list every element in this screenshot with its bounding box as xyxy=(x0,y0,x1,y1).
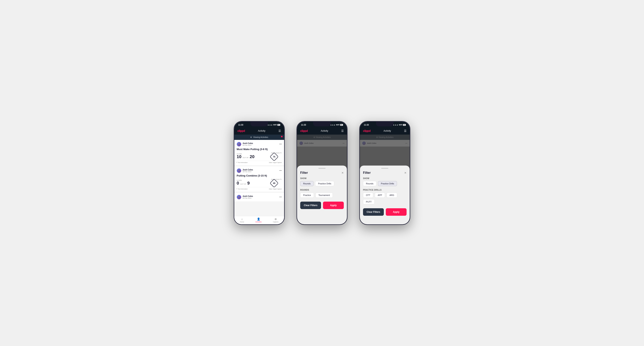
tab-capture[interactable]: ⊕ Capture xyxy=(273,217,278,223)
info-icon-2: ℹ xyxy=(237,188,237,190)
arg-chip[interactable]: ARG xyxy=(386,192,397,198)
user-name-3: Josh Coles xyxy=(242,195,253,197)
filter-modal-1: Filter ✕ Show Rounds Practice Drills Rou… xyxy=(297,166,347,224)
clear-filters-btn-2[interactable]: Clear Filters xyxy=(363,208,384,216)
status-icons-1: ▲▲▲ WiFi 51 xyxy=(268,124,280,126)
status-time-1: 11:33 xyxy=(238,124,243,126)
shot-quality-badge-2: 45 xyxy=(270,179,279,187)
menu-icon-2[interactable]: ☰ xyxy=(341,129,344,133)
tournament-chip[interactable]: Tournament xyxy=(316,192,333,198)
status-bar-1: 11:33 ▲▲▲ WiFi 51 xyxy=(234,122,284,127)
clear-filters-btn-1[interactable]: Clear Filters xyxy=(300,202,321,209)
footer-data-2: Data: Clippd Capture xyxy=(269,188,282,190)
drills-chips: OTT APP ARG PUTT xyxy=(363,192,406,204)
tab-activities-label: Activities xyxy=(256,221,262,223)
shots-value-1: 20 xyxy=(250,155,254,159)
user-date-1: 28 Feb 2023 xyxy=(242,144,253,146)
menu-icon-3[interactable]: ☰ xyxy=(404,129,406,133)
viewing-bar-dot-1 xyxy=(281,136,282,137)
nav-bar-3: clippd Activity ☰ xyxy=(360,127,410,135)
apply-btn-1[interactable]: Apply xyxy=(323,202,344,209)
filter-icon-1: ⚙ xyxy=(250,136,252,138)
shots-value-2: 9 xyxy=(247,181,250,185)
logo-1: clippd xyxy=(238,129,245,133)
practice-chip[interactable]: Practice xyxy=(300,192,314,198)
filter-buttons-2: Clear Filters Apply xyxy=(363,208,406,216)
activity-card-3[interactable]: 🏌 Josh Coles 28 Feb 2023 ••• xyxy=(234,193,284,201)
viewing-bar-text-1: Viewing Activities xyxy=(253,136,268,138)
tab-home[interactable]: ⌂ Home xyxy=(240,217,244,223)
battery-icon-3: 51 xyxy=(403,124,406,126)
filter-close-1[interactable]: ✕ xyxy=(342,171,344,174)
info-icon-1: ℹ xyxy=(237,162,237,163)
card-title-1: Must Make Putting (3-6 ft) xyxy=(237,148,282,151)
shot-quality-value-1: 75 xyxy=(273,156,275,158)
phone-1: 11:33 ▲▲▲ WiFi 51 clippd Activity ☰ ⚙ xyxy=(234,121,285,225)
more-icon-1[interactable]: ••• xyxy=(279,143,282,146)
shot-quality-value-2: 45 xyxy=(273,182,275,184)
battery-icon-2: 51 xyxy=(340,124,343,126)
nav-title-3: Activity xyxy=(384,130,391,132)
signal-icon-3: ▲▲▲ xyxy=(393,124,398,126)
status-time-3: 11:33 xyxy=(364,124,369,126)
status-bar-2: 11:33 ▲▲▲ WiFi 51 xyxy=(297,122,347,127)
card-title-2: Putting Combine (3-15 ft) xyxy=(237,174,282,177)
avatar-2: 🏌 xyxy=(237,168,241,173)
out-of-2: OUT OF xyxy=(240,183,246,185)
score-value-1: 10 xyxy=(237,155,241,159)
phone-1-screen: 11:33 ▲▲▲ WiFi 51 clippd Activity ☰ ⚙ xyxy=(234,122,284,224)
user-name-1: Josh Coles xyxy=(242,142,253,144)
show-chips-1: Rounds Practice Drills xyxy=(300,181,344,186)
rounds-chips: Practice Tournament xyxy=(300,192,344,198)
putt-chip[interactable]: PUTT xyxy=(363,199,374,204)
phone-3-screen: 11:33 ▲▲▲ WiFi 51 clippd Activity ☰ xyxy=(360,122,410,224)
score-value-2: 0 xyxy=(237,181,239,185)
avatar-3: 🏌 xyxy=(237,195,241,199)
tab-activities[interactable]: 👤 Activities xyxy=(256,217,262,223)
phone-2: 11:33 ▲▲▲ WiFi 51 clippd Activity ☰ xyxy=(296,121,348,225)
avatar-1: 🏌 xyxy=(237,142,241,147)
more-icon-3[interactable]: ••• xyxy=(279,196,282,198)
user-date-2: 28 Feb 2023 xyxy=(242,171,253,173)
filter-title-1: Filter xyxy=(300,171,308,174)
filter-overlay-2: Filter ✕ Show Rounds Practice Drills Rou… xyxy=(297,135,347,224)
menu-icon-1[interactable]: ☰ xyxy=(278,129,281,133)
activity-card-2[interactable]: 🏌 Josh Coles 28 Feb 2023 ••• Putting Com… xyxy=(234,166,284,192)
filter-overlay-3: Filter ✕ Show Rounds Practice Drills Pra… xyxy=(360,135,410,224)
logo-3: clippd xyxy=(363,129,370,133)
ott-chip[interactable]: OTT xyxy=(363,192,373,198)
user-date-3: 28 Feb 2023 xyxy=(242,197,253,199)
filter-handle-1 xyxy=(318,168,326,169)
practice-drills-section-label: Practice Drills xyxy=(363,189,406,191)
nav-bar-2: clippd Activity ☰ xyxy=(297,127,347,135)
practice-drills-chip-2[interactable]: Practice Drills xyxy=(378,181,397,186)
shot-quality-label-2: Shot Quality xyxy=(271,179,282,180)
tab-home-label: Home xyxy=(240,221,244,223)
filter-title-2: Filter xyxy=(363,171,371,174)
viewing-bar-1[interactable]: ⚙ Viewing Activities xyxy=(234,135,284,140)
practice-drills-chip-1[interactable]: Practice Drills xyxy=(315,181,334,186)
more-icon-2[interactable]: ••• xyxy=(279,169,282,172)
rounds-chip-2[interactable]: Rounds xyxy=(363,181,376,186)
home-icon: ⌂ xyxy=(241,217,243,221)
footer-info-1: ℹ Test Information xyxy=(237,162,248,163)
nav-title-2: Activity xyxy=(321,130,328,132)
filter-close-2[interactable]: ✕ xyxy=(404,171,406,174)
capture-icon: ⊕ xyxy=(274,217,277,221)
signal-icon-2: ▲▲▲ xyxy=(330,124,336,126)
status-time-2: 11:33 xyxy=(301,124,306,126)
wifi-icon: WiFi xyxy=(273,124,277,126)
activity-list-1: 🏌 Josh Coles 28 Feb 2023 ••• Must Make P… xyxy=(234,140,284,224)
tab-bar-1: ⌂ Home 👤 Activities ⊕ Capture xyxy=(234,216,284,224)
status-icons-3: ▲▲▲ WiFi 51 xyxy=(393,124,406,126)
show-chips-2: Rounds Practice Drills xyxy=(363,181,406,186)
out-of-1: OUT OF xyxy=(242,157,248,159)
battery-icon: 51 xyxy=(278,124,280,126)
filter-handle-2 xyxy=(381,168,388,169)
apply-btn-2[interactable]: Apply xyxy=(386,208,406,216)
activity-card-1[interactable]: 🏌 Josh Coles 28 Feb 2023 ••• Must Make P… xyxy=(234,140,284,165)
rounds-chip-1[interactable]: Rounds xyxy=(300,181,314,186)
app-chip[interactable]: APP xyxy=(375,192,385,198)
phones-container: 11:33 ▲▲▲ WiFi 51 clippd Activity ☰ ⚙ xyxy=(234,121,410,225)
shot-quality-label-1: Shot Quality xyxy=(271,152,282,154)
